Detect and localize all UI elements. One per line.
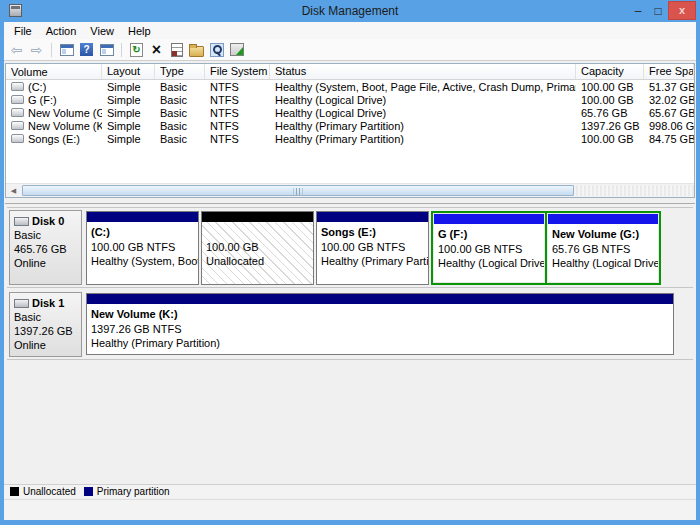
partition-new-volume-g[interactable]: New Volume (G:) 65.76 GB NTFS Healthy (L… (547, 213, 659, 283)
volume-free-space: 998.06 GB (644, 120, 694, 132)
back-icon[interactable] (8, 41, 25, 58)
volume-type: Basic (155, 120, 205, 132)
disk-0-label[interactable]: Disk 0 Basic 465.76 GB Online (9, 210, 82, 285)
toolbar-separator (121, 43, 122, 57)
volume-status: Healthy (System, Boot, Page File, Active… (270, 81, 576, 93)
volume-layout: Simple (102, 107, 155, 119)
scrollbar-thumb[interactable] (22, 185, 574, 196)
table-row[interactable]: Songs (E:) Simple Basic NTFS Healthy (Pr… (6, 132, 694, 145)
legend-primary-partition: Primary partition (84, 486, 170, 497)
partition-size: 65.76 GB NTFS (548, 242, 658, 256)
volume-capacity: 100.00 GB (576, 133, 644, 145)
properties-icon[interactable] (171, 43, 183, 57)
horizontal-scrollbar[interactable] (6, 183, 694, 197)
volume-layout: Simple (102, 81, 155, 93)
graphical-view-pane: Disk 0 Basic 465.76 GB Online (C:) 100.0… (5, 203, 695, 484)
partition-unallocated[interactable]: 100.00 GB Unallocated (201, 211, 314, 285)
volume-status: Healthy (Logical Drive) (270, 107, 576, 119)
volume-type: Basic (155, 133, 205, 145)
menu-bar: File Action View Help (4, 22, 696, 39)
table-row[interactable]: (C:) Simple Basic NTFS Healthy (System, … (6, 80, 694, 93)
volume-file-system: NTFS (205, 133, 270, 145)
partition-songs-e[interactable]: Songs (E:) 100.00 GB NTFS Healthy (Prima… (316, 211, 429, 285)
table-row[interactable]: New Volume (K:) Simple Basic NTFS Health… (6, 119, 694, 132)
volume-capacity: 65.76 GB (576, 107, 644, 119)
disk-name: Disk 0 (32, 214, 64, 228)
table-row[interactable]: G (F:) Simple Basic NTFS Healthy (Logica… (6, 93, 694, 106)
logical-drive-bar (434, 214, 544, 224)
open-folder-icon[interactable] (189, 46, 204, 57)
find-icon[interactable] (210, 43, 224, 57)
show-action-pane-icon[interactable] (100, 44, 114, 56)
volume-free-space: 51.37 GB (644, 81, 694, 93)
volume-icon (11, 134, 24, 143)
volume-name: G (F:) (28, 94, 57, 106)
partition-size: 1397.26 GB NTFS (87, 322, 673, 336)
column-header-type[interactable]: Type (155, 64, 205, 79)
volume-status: Healthy (Primary Partition) (270, 133, 576, 145)
column-header-status[interactable]: Status (270, 64, 576, 79)
minimize-button[interactable]: – (628, 1, 648, 21)
volume-status: Healthy (Logical Drive) (270, 94, 576, 106)
partition-size: 100.00 GB NTFS (87, 240, 198, 254)
volume-capacity: 1397.26 GB (576, 120, 644, 132)
menu-action[interactable]: Action (39, 25, 84, 37)
volume-name: (C:) (28, 81, 46, 93)
volume-layout: Simple (102, 133, 155, 145)
partition-status: Healthy (Logical Drive) (548, 256, 658, 270)
title-bar: Disk Management – □ x (4, 0, 696, 22)
column-header-volume[interactable]: Volume (6, 64, 102, 79)
disk-management-window: Disk Management – □ x File Action View H… (0, 0, 700, 525)
refresh-icon[interactable] (130, 43, 143, 57)
volume-type: Basic (155, 107, 205, 119)
volume-capacity: 100.00 GB (576, 81, 644, 93)
column-header-capacity[interactable]: Capacity (576, 64, 644, 79)
scrollbar-grip-icon (294, 188, 303, 195)
partition-c[interactable]: (C:) 100.00 GB NTFS Healthy (System, Boo… (86, 211, 199, 285)
column-header-free-space[interactable]: Free Spa... (644, 64, 694, 79)
disk-icon (14, 299, 29, 308)
partition-status: Healthy (System, Boot, Pag (87, 254, 198, 268)
status-bar (4, 499, 696, 520)
forward-icon[interactable] (28, 41, 45, 58)
delete-icon[interactable] (148, 41, 165, 58)
menu-file[interactable]: File (7, 25, 39, 37)
volume-file-system: NTFS (205, 94, 270, 106)
partition-title: New Volume (K:) (87, 304, 673, 322)
app-icon (9, 4, 22, 17)
show-console-tree-icon[interactable] (60, 44, 74, 56)
close-button[interactable]: x (668, 1, 696, 20)
column-header-file-system[interactable]: File System (205, 64, 270, 79)
menu-view[interactable]: View (83, 25, 121, 37)
manage-icon[interactable] (230, 43, 244, 56)
legend-label: Unallocated (23, 486, 76, 497)
scrollbar-track[interactable] (576, 185, 694, 196)
volume-layout: Simple (102, 120, 155, 132)
column-header-layout[interactable]: Layout (102, 64, 155, 79)
help-icon[interactable] (80, 43, 93, 56)
partition-size: 100.00 GB NTFS (434, 242, 544, 256)
volume-type: Basic (155, 94, 205, 106)
partition-title: Songs (E:) (317, 222, 428, 240)
table-row[interactable]: New Volume (G:) Simple Basic NTFS Health… (6, 106, 694, 119)
maximize-button[interactable]: □ (648, 1, 668, 21)
partition-title: (C:) (87, 222, 198, 240)
partition-new-volume-k[interactable]: New Volume (K:) 1397.26 GB NTFS Healthy … (86, 293, 674, 355)
disk-1-label[interactable]: Disk 1 Basic 1397.26 GB Online (9, 292, 82, 357)
volume-type: Basic (155, 81, 205, 93)
menu-help[interactable]: Help (121, 25, 158, 37)
volume-capacity: 100.00 GB (576, 94, 644, 106)
disk-row-1: Disk 1 Basic 1397.26 GB Online New Volum… (7, 290, 693, 360)
partition-size: 100.00 GB (202, 240, 313, 254)
volume-name: New Volume (G:) (28, 107, 102, 119)
volume-layout: Simple (102, 94, 155, 106)
scroll-left-arrow-icon[interactable] (6, 184, 21, 197)
disk-icon (14, 217, 29, 226)
volume-free-space: 84.75 GB (644, 133, 694, 145)
logical-drive-bar (548, 214, 658, 224)
partition-g-f[interactable]: G (F:) 100.00 GB NTFS Healthy (Logical D… (433, 213, 545, 283)
disk-size: 1397.26 GB (14, 324, 81, 338)
legend-label: Primary partition (97, 486, 170, 497)
primary-partition-color-swatch (84, 487, 93, 496)
volume-icon (11, 108, 24, 117)
